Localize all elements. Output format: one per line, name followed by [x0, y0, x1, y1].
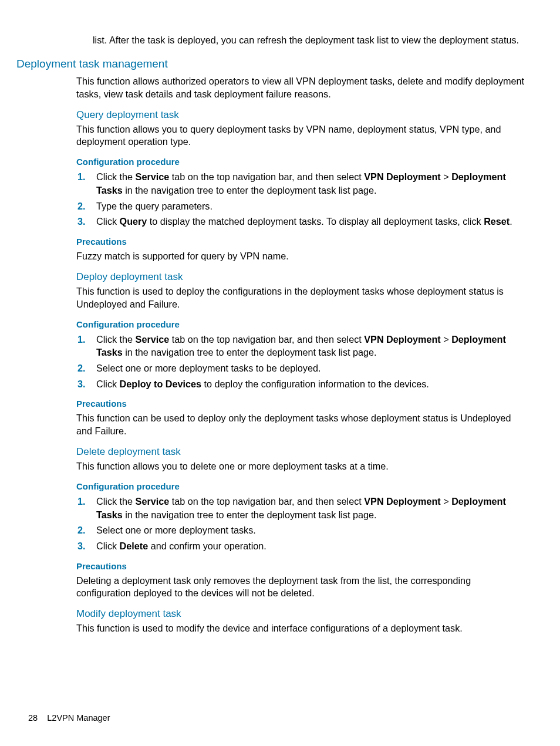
page-number: 28 — [28, 713, 38, 723]
deploy-mgmt-desc: This function allows authorized operator… — [76, 75, 526, 101]
list-item: Select one or more deployment tasks to b… — [96, 362, 526, 375]
heading-config-procedure-3: Configuration procedure — [76, 481, 526, 491]
delete-steps: Click the Service tab on the top navigat… — [76, 495, 526, 553]
page-footer: 28 L2VPN Manager — [28, 713, 110, 723]
list-item: Click the Service tab on the top navigat… — [96, 333, 526, 359]
intro-paragraph: list. After the task is deployed, you ca… — [93, 34, 526, 47]
heading-config-procedure-1: Configuration procedure — [76, 157, 526, 167]
delete-precautions: Deleting a deployment task only removes … — [76, 575, 526, 600]
heading-delete-task: Delete deployment task — [76, 446, 526, 458]
deploy-desc: This function is used to deploy the conf… — [76, 285, 526, 311]
modify-desc: This function is used to modify the devi… — [76, 622, 526, 635]
heading-precautions-1: Precautions — [76, 237, 526, 247]
heading-config-procedure-2: Configuration procedure — [76, 319, 526, 329]
intro-text: list. After the task is deployed, you ca… — [93, 34, 526, 47]
heading-precautions-2: Precautions — [76, 399, 526, 409]
list-item: Click the Service tab on the top navigat… — [96, 495, 526, 521]
list-item: Click the Service tab on the top navigat… — [96, 170, 526, 197]
heading-precautions-3: Precautions — [76, 561, 526, 571]
heading-query-task: Query deployment task — [76, 109, 526, 121]
footer-title: L2VPN Manager — [47, 713, 110, 723]
deploy-steps: Click the Service tab on the top navigat… — [76, 333, 526, 391]
delete-desc: This function allows you to delete one o… — [76, 460, 526, 473]
deploy-precautions: This function can be used to deploy only… — [76, 412, 526, 438]
heading-deployment-task-management: Deployment task management — [16, 58, 532, 70]
list-item: Click Query to display the matched deplo… — [96, 215, 526, 228]
section-deploy-mgmt: This function allows authorized operator… — [76, 75, 526, 635]
heading-deploy-task: Deploy deployment task — [76, 271, 526, 283]
query-precautions: Fuzzy match is supported for query by VP… — [76, 250, 526, 263]
list-item: Type the query parameters. — [96, 200, 526, 213]
heading-modify-task: Modify deployment task — [76, 608, 526, 620]
query-steps: Click the Service tab on the top navigat… — [76, 170, 526, 228]
list-item: Select one or more deployment tasks. — [96, 524, 526, 537]
query-desc: This function allows you to query deploy… — [76, 123, 526, 149]
list-item: Click Deploy to Devices to deploy the co… — [96, 377, 526, 391]
document-page: list. After the task is deployed, you ca… — [0, 0, 560, 746]
list-item: Click Delete and confirm your operation. — [96, 539, 526, 553]
